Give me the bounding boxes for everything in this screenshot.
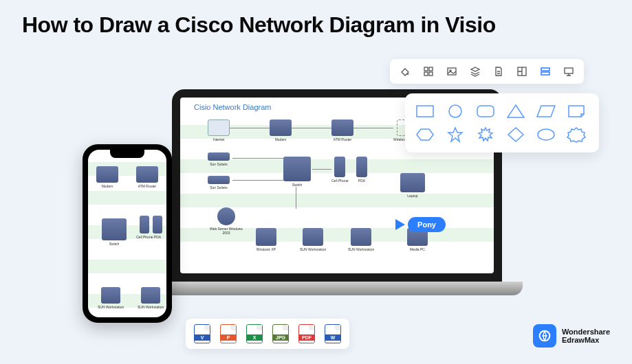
svg-rect-12 [477,106,494,117]
page-icon[interactable] [493,66,504,77]
shape-note[interactable] [566,103,587,120]
presentation-icon[interactable] [563,66,574,77]
image-icon[interactable] [446,66,457,77]
phone-notch [110,150,144,158]
svg-rect-8 [541,72,549,75]
node-pda[interactable]: PDA [356,157,367,183]
phone-node-sunws2[interactable]: SUN Workstation [138,287,164,309]
phone-node-cellphone[interactable]: Cell Phone [136,216,153,239]
shape-diamond[interactable] [505,126,526,143]
layers-icon[interactable] [470,66,481,77]
svg-rect-2 [424,72,428,76]
fill-icon[interactable] [400,66,411,77]
connection-line [312,169,331,170]
export-jpg-icon[interactable]: JPG [272,324,289,343]
svg-rect-9 [565,68,573,73]
node-laptop[interactable]: Laptop [400,173,425,198]
layout-icon[interactable] [516,66,527,77]
svg-rect-3 [429,72,433,76]
shape-burst[interactable] [475,126,496,143]
collaboration-cursor: Pony [395,217,446,232]
node-windows-xp[interactable]: Windows XP [256,228,276,251]
svg-rect-10 [417,106,433,117]
phone-node-pda[interactable]: PDA [153,216,162,239]
connection-line [296,187,296,209]
canvas-stripe [88,260,166,273]
phone-node-switch[interactable]: Switch [102,218,127,246]
connection-line [353,128,393,128]
export-excel-icon[interactable]: X [246,324,263,343]
brand-line-2: EdrawMax [562,336,610,344]
node-sun-workstation-2[interactable]: SUN Workstation [348,228,374,251]
shape-triangle[interactable] [505,103,526,120]
phone-node-sunws1[interactable]: SUN Workstation [98,287,124,309]
node-modem[interactable]: Modem [270,120,292,141]
phone-node-atm[interactable]: ATM Router [136,166,158,188]
shape-roundrect[interactable] [475,103,496,120]
cursor-user-label: Pony [408,217,446,232]
shape-seal[interactable] [566,126,587,143]
phone-mockup: Modem ATM Router Switch Cell Phone PDA S… [83,144,172,323]
node-sun-solaris-2[interactable]: Sun Solaris [208,176,230,190]
cursor-arrow-icon [395,219,405,230]
edrawmax-logo-icon [533,324,556,348]
shape-star[interactable] [445,126,466,143]
node-switch[interactable]: Switch [283,157,311,187]
shape-hexagon[interactable] [415,126,435,143]
storage-icon[interactable] [540,66,551,77]
brand-logo-block: Wondershare EdrawMax [533,324,610,348]
export-word-icon[interactable]: W [325,324,341,343]
shape-circle[interactable] [445,103,466,120]
svg-rect-0 [424,67,428,71]
canvas-stripe [180,194,494,207]
svg-point-13 [538,129,554,140]
laptop-base [151,282,523,295]
export-powerpoint-icon[interactable]: P [220,324,237,343]
node-internet[interactable]: Internet [208,120,230,141]
shapes-panel [405,93,599,152]
svg-rect-1 [429,67,433,71]
svg-point-11 [449,105,461,117]
canvas-stripe [88,191,166,205]
export-visio-icon[interactable]: V [194,324,210,343]
connection-line [232,158,283,159]
node-atm-router[interactable]: ATM Router [331,120,353,141]
phone-diagram-canvas[interactable]: Modem ATM Router Switch Cell Phone PDA S… [88,150,166,317]
export-pdf-icon[interactable]: PDF [298,324,315,343]
brand-line-1: Wondershare [562,328,610,336]
node-web-server[interactable]: Web Server Windows 2003 [209,207,243,235]
shape-parallelogram[interactable] [536,103,556,120]
phone-node-modem[interactable]: Modem [96,166,118,188]
connection-line [230,128,270,128]
diagram-title: Cisio Network Diagram [194,103,271,111]
shape-ellipse[interactable] [536,126,556,143]
page-title: How to Draw a Cisco Network Diagram in V… [22,12,496,38]
connection-line [232,180,283,181]
export-format-bar: V P X JPG PDF W [186,319,349,349]
node-cell-phone[interactable]: Cell Phone [331,157,348,183]
node-sun-solaris-1[interactable]: Sun Solaris [208,152,230,166]
tool-toolbar [390,59,584,84]
svg-rect-4 [448,68,456,75]
shape-rect[interactable] [415,103,435,120]
svg-rect-7 [541,68,549,71]
grid-icon[interactable] [423,66,434,77]
connection-line [292,128,331,128]
node-sun-workstation-1[interactable]: SUN Workstation [300,228,326,251]
brand-text: Wondershare EdrawMax [562,328,610,344]
